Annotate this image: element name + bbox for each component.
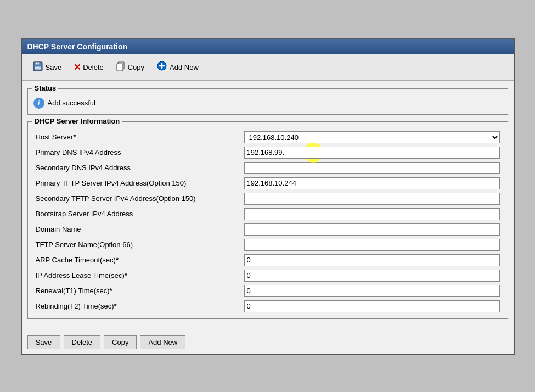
field-value-host-server[interactable]: 192.168.10.240	[242, 130, 502, 145]
field-label-host-server: Host Server*	[33, 130, 242, 145]
rebinding-time-input[interactable]	[244, 300, 500, 312]
add-new-button[interactable]: Add New	[151, 58, 204, 77]
field-value-primary-tftp[interactable]	[242, 176, 502, 191]
field-value-rebinding[interactable]	[242, 299, 502, 314]
required-star: *	[110, 287, 112, 295]
bottom-copy-button[interactable]: Copy	[104, 335, 137, 349]
field-value-renewal[interactable]	[242, 283, 502, 299]
field-label-tftp-name: TFTP Server Name(Option 66)	[33, 237, 242, 253]
status-message: Add successful	[48, 99, 95, 107]
bottom-toolbar: Save Delete Copy Add New	[22, 331, 514, 354]
field-value-lease-time[interactable]	[242, 268, 502, 283]
top-toolbar: Save ✕ Delete Copy Add New	[22, 54, 514, 81]
table-row: ARP Cache Timeout(sec)*	[33, 253, 502, 268]
delete-label: Delete	[83, 63, 104, 71]
table-row: Secondary DNS IPv4 Address	[33, 160, 502, 176]
field-value-secondary-dns[interactable]	[242, 160, 502, 176]
info-icon: i	[33, 98, 44, 109]
required-star: *	[73, 133, 76, 141]
field-value-arp-timeout[interactable]	[242, 253, 502, 268]
table-row: Domain Name	[33, 222, 502, 237]
bottom-add-new-button[interactable]: Add New	[140, 335, 185, 349]
status-section: Status i Add successful	[27, 88, 508, 115]
bootstrap-server-input[interactable]	[244, 208, 500, 220]
table-row: Primary TFTP Server IPv4 Address(Option …	[33, 176, 502, 191]
field-value-bootstrap[interactable]	[242, 206, 502, 222]
svg-rect-3	[36, 63, 37, 64]
field-value-domain[interactable]	[242, 222, 502, 237]
table-row: Renewal(T1) Time(sec)*	[33, 283, 502, 299]
lease-time-input[interactable]	[244, 270, 500, 282]
primary-dns-wrapper	[244, 147, 500, 159]
save-label: Save	[46, 63, 62, 71]
field-value-tftp-name[interactable]	[242, 237, 502, 253]
renewal-time-input[interactable]	[244, 285, 500, 297]
save-button[interactable]: Save	[27, 58, 67, 76]
delete-button[interactable]: ✕ Delete	[69, 59, 109, 75]
domain-name-input[interactable]	[244, 223, 500, 236]
dhcp-form-table: Host Server* 192.168.10.240 Primary DNS …	[33, 130, 502, 314]
arp-timeout-input[interactable]	[244, 254, 500, 266]
required-star: *	[114, 302, 117, 310]
window-title: DHCP Server Configuration	[22, 39, 514, 54]
field-label-renewal: Renewal(T1) Time(sec)*	[33, 283, 242, 299]
primary-dns-input[interactable]	[244, 147, 500, 159]
add-new-label: Add New	[170, 63, 199, 71]
bottom-save-button[interactable]: Save	[27, 335, 60, 349]
field-value-secondary-tftp[interactable]	[242, 191, 502, 206]
table-row: IP Address Lease Time(sec)*	[33, 268, 502, 283]
dhcp-info-section: DHCP Server Information Host Server* 192…	[27, 121, 508, 319]
save-icon	[32, 61, 43, 74]
secondary-tftp-input[interactable]	[244, 193, 500, 205]
required-star: *	[125, 271, 127, 279]
main-window: DHCP Server Configuration Save ✕ Delete	[21, 38, 515, 355]
field-label-primary-dns: Primary DNS IPv4 Address	[33, 145, 242, 160]
field-label-lease-time: IP Address Lease Time(sec)*	[33, 268, 242, 283]
tftp-server-name-input[interactable]	[244, 239, 500, 251]
field-value-primary-dns[interactable]	[242, 145, 502, 160]
secondary-dns-input[interactable]	[244, 162, 500, 174]
field-label-primary-tftp: Primary TFTP Server IPv4 Address(Option …	[33, 176, 242, 191]
field-label-secondary-tftp: Secondary TFTP Server IPv4 Address(Optio…	[33, 191, 242, 206]
field-label-arp-timeout: ARP Cache Timeout(sec)*	[33, 253, 242, 268]
copy-icon	[116, 61, 126, 73]
copy-label: Copy	[128, 63, 144, 71]
dhcp-section-title: DHCP Server Information	[32, 117, 122, 125]
status-section-title: Status	[32, 84, 59, 92]
svg-rect-2	[35, 66, 41, 70]
table-row: Rebinding(T2) Time(sec)*	[33, 299, 502, 314]
host-server-select[interactable]: 192.168.10.240	[244, 131, 500, 143]
table-row: Secondary TFTP Server IPv4 Address(Optio…	[33, 191, 502, 206]
field-label-domain: Domain Name	[33, 222, 242, 237]
svg-rect-5	[117, 64, 123, 71]
status-content: i Add successful	[33, 97, 502, 110]
table-row: Host Server* 192.168.10.240	[33, 130, 502, 145]
table-row: TFTP Server Name(Option 66)	[33, 237, 502, 253]
table-row: Primary DNS IPv4 Address	[33, 145, 502, 160]
field-label-rebinding: Rebinding(T2) Time(sec)*	[33, 299, 242, 314]
bottom-delete-button[interactable]: Delete	[64, 335, 101, 349]
copy-button[interactable]: Copy	[111, 59, 149, 76]
primary-tftp-input[interactable]	[244, 177, 500, 189]
delete-icon: ✕	[74, 62, 81, 72]
content-area: Status i Add successful DHCP Server Info…	[22, 81, 514, 331]
required-star: *	[116, 256, 119, 264]
field-label-bootstrap: Bootstrap Server IPv4 Address	[33, 206, 242, 222]
table-row: Bootstrap Server IPv4 Address	[33, 206, 502, 222]
add-icon	[156, 60, 167, 74]
field-label-secondary-dns: Secondary DNS IPv4 Address	[33, 160, 242, 176]
